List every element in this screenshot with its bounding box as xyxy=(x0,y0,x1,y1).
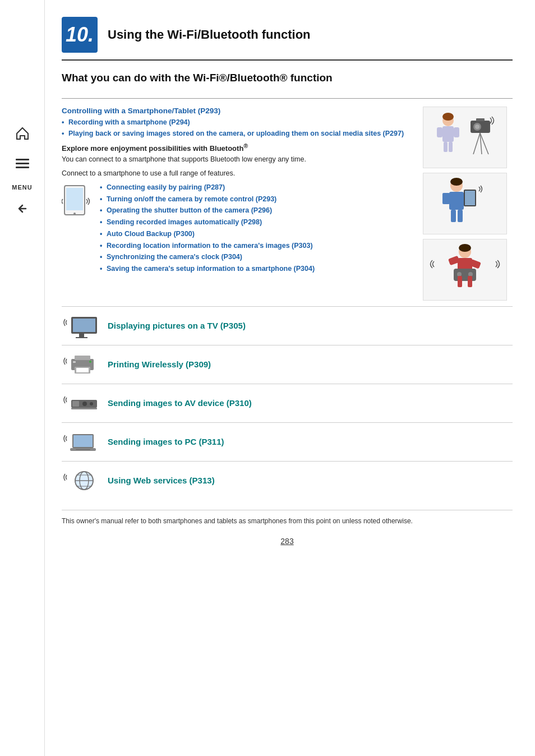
bottom-bullets: Connecting easily by pairing (P287) Turn… xyxy=(100,182,315,275)
svg-rect-7 xyxy=(476,118,485,121)
svg-rect-46 xyxy=(76,368,89,372)
svg-rect-55 xyxy=(73,435,93,447)
svg-rect-57 xyxy=(76,449,90,450)
section-row-pc[interactable]: Sending images to PC (P311) xyxy=(62,422,513,461)
svg-rect-21 xyxy=(449,192,464,210)
chapter-header: 10. Using the Wi-Fi/Bluetooth function xyxy=(62,17,513,61)
svg-point-52 xyxy=(90,402,93,405)
tablet-icon-row: Connecting easily by pairing (P287) Turn… xyxy=(62,182,417,279)
svg-rect-17 xyxy=(444,142,448,152)
bullet-playing[interactable]: Playing back or saving images stored on … xyxy=(62,128,417,139)
home-icon[interactable] xyxy=(12,123,33,144)
page-number: 283 xyxy=(62,537,513,546)
svg-point-35 xyxy=(468,272,473,276)
section-row-web[interactable]: Using Web services (P313) xyxy=(62,461,513,500)
menu-label[interactable]: MENU xyxy=(12,184,32,191)
content-area: Controlling with a Smartphone/Tablet (P2… xyxy=(62,98,513,546)
svg-rect-0 xyxy=(16,159,29,160)
svg-point-51 xyxy=(82,402,87,406)
bullet-turning[interactable]: Turning on/off the camera by remote cont… xyxy=(100,194,315,205)
svg-rect-27 xyxy=(458,210,463,222)
bullet-operating[interactable]: Operating the shutter button of the came… xyxy=(100,205,315,216)
image-person-controller xyxy=(423,239,507,301)
svg-rect-41 xyxy=(79,334,84,337)
section-row-printer[interactable]: Printing Wirelessly (P309) xyxy=(62,345,513,384)
bullet-saving-setup[interactable]: Saving the camera's setup information to… xyxy=(100,264,315,274)
section-row-tv-title[interactable]: Displaying pictures on a TV (P305) xyxy=(108,321,246,330)
bullet-synchronizing[interactable]: Synchronizing the camera's clock (P304) xyxy=(100,252,315,262)
svg-point-19 xyxy=(442,113,454,121)
svg-rect-42 xyxy=(76,337,87,338)
svg-rect-37 xyxy=(468,276,472,287)
svg-rect-53 xyxy=(71,408,97,409)
svg-line-10 xyxy=(473,133,480,154)
section-row-av[interactable]: Sending images to AV device (P310) xyxy=(62,384,513,422)
sidebar: MENU xyxy=(0,0,45,756)
feature-text: Controlling with a Smartphone/Tablet (P2… xyxy=(62,107,417,301)
section-row-web-title[interactable]: Using Web services (P313) xyxy=(108,476,215,485)
svg-point-48 xyxy=(89,361,91,363)
svg-point-9 xyxy=(475,125,479,129)
chapter-number: 10. xyxy=(62,17,98,53)
svg-point-38 xyxy=(459,244,471,252)
svg-point-28 xyxy=(450,178,463,186)
section-row-printer-title[interactable]: Printing Wirelessly (P309) xyxy=(108,359,211,369)
svg-rect-2 xyxy=(16,167,29,168)
section-title: What you can do with the Wi-Fi®/Bluetoot… xyxy=(62,71,513,86)
svg-rect-1 xyxy=(16,163,29,164)
bullet-recording[interactable]: Recording with a smartphone (P294) xyxy=(62,117,417,128)
svg-rect-44 xyxy=(75,356,90,360)
top-bullets: Recording with a smartphone (P294) Playi… xyxy=(62,117,417,140)
av-icon xyxy=(62,390,101,417)
controlling-heading[interactable]: Controlling with a Smartphone/Tablet (P2… xyxy=(62,107,417,115)
bullet-auto-cloud[interactable]: Auto Cloud Backup (P300) xyxy=(100,229,315,239)
image-camera-tripod xyxy=(423,107,507,168)
svg-rect-40 xyxy=(73,319,95,332)
printer-icon xyxy=(62,351,101,378)
image-person-phone xyxy=(423,173,507,234)
feature-images xyxy=(423,107,513,301)
svg-rect-14 xyxy=(442,126,454,142)
svg-rect-26 xyxy=(451,210,456,222)
svg-rect-22 xyxy=(442,193,450,204)
tv-icon xyxy=(62,312,101,339)
bt-desc2: Connect to a smartphone to use a full ra… xyxy=(62,168,417,179)
svg-rect-25 xyxy=(465,191,475,205)
bt-desc1: You can connect to a smartphone that sup… xyxy=(62,154,417,165)
section-row-pc-title[interactable]: Sending images to PC (P311) xyxy=(108,437,224,446)
back-icon[interactable] xyxy=(15,201,30,220)
svg-rect-36 xyxy=(458,276,462,287)
svg-rect-50 xyxy=(72,401,79,407)
bullet-connecting[interactable]: Connecting easily by pairing (P287) xyxy=(100,182,315,193)
list-icon[interactable] xyxy=(12,154,33,174)
svg-point-34 xyxy=(457,272,462,276)
svg-rect-47 xyxy=(73,361,76,363)
pc-icon xyxy=(62,428,101,455)
bullet-sending-recorded[interactable]: Sending recorded images automatically (P… xyxy=(100,217,315,228)
svg-rect-16 xyxy=(454,127,459,137)
svg-rect-4 xyxy=(66,188,83,210)
svg-rect-15 xyxy=(437,127,442,137)
feature-block-smartphone: Controlling with a Smartphone/Tablet (P2… xyxy=(62,107,513,301)
svg-point-5 xyxy=(73,213,76,215)
bullet-recording-location[interactable]: Recording location information to the ca… xyxy=(100,241,315,251)
section-row-tv[interactable]: Displaying pictures on a TV (P305) xyxy=(62,306,513,345)
section-row-av-title[interactable]: Sending images to AV device (P310) xyxy=(108,398,252,408)
svg-rect-18 xyxy=(449,142,453,152)
chapter-title: Using the Wi-Fi/Bluetooth function xyxy=(108,27,311,42)
main-content: 10. Using the Wi-Fi/Bluetooth function W… xyxy=(45,0,535,756)
svg-rect-33 xyxy=(454,269,476,281)
footer-note: This owner's manual refer to both smartp… xyxy=(62,510,513,527)
web-icon xyxy=(62,467,101,494)
bt-heading: Explore more enjoyment possibilities wit… xyxy=(62,142,417,153)
tablet-icon xyxy=(62,185,95,224)
